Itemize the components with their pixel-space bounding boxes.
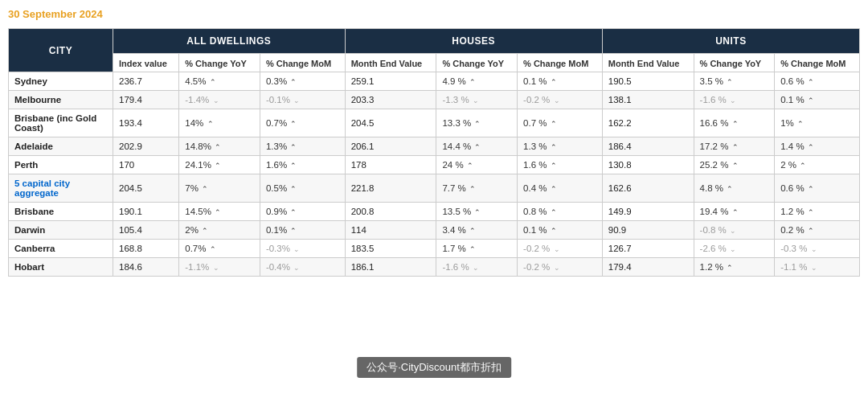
h-mev: 186.1	[345, 258, 436, 277]
h-mom: 0.1 % ⌃	[518, 72, 603, 91]
h-mev-header: Month End Value	[345, 54, 436, 72]
arrow-down-icon: ⌄	[213, 264, 219, 272]
u-mev: 130.8	[602, 156, 694, 174]
h-yoy: 1.7 % ⌃	[436, 240, 518, 258]
houses-header: HOUSES	[345, 29, 602, 54]
arrow-up-icon: ⌃	[469, 185, 476, 193]
arrow-down-icon: ⌄	[730, 96, 736, 105]
h-yoy: 7.7 % ⌃	[436, 174, 518, 203]
units-header: UNITS	[602, 29, 859, 54]
arrow-up-icon: ⌃	[474, 143, 481, 151]
arrow-up-icon: ⌃	[469, 78, 476, 86]
h-yoy: -1.6 % ⌄	[436, 258, 518, 277]
arrow-down-icon: ⌄	[730, 227, 736, 235]
u-mom: 1% ⌃	[775, 109, 860, 137]
h-mev: 183.5	[345, 240, 436, 258]
ad-mom: 0.9% ⌃	[260, 203, 345, 221]
h-mev: 221.8	[345, 174, 436, 203]
h-yoy: 24 % ⌃	[436, 156, 518, 174]
ad-mom: 1.3% ⌃	[260, 137, 345, 156]
arrow-down-icon: ⌄	[473, 264, 479, 272]
arrow-up-icon: ⌃	[290, 78, 297, 86]
all-dwellings-header: ALL DWELLINGS	[113, 29, 346, 54]
arrow-up-icon: ⌃	[290, 185, 297, 193]
h-mom: 0.1 % ⌃	[518, 221, 603, 240]
ad-mom: 0.1% ⌃	[260, 221, 345, 240]
index-value: 204.5	[113, 174, 179, 203]
arrow-up-icon: ⌃	[215, 208, 221, 216]
arrow-up-icon: ⌃	[215, 143, 221, 151]
ad-yoy: -1.4% ⌄	[179, 91, 260, 109]
arrow-up-icon: ⌃	[290, 162, 297, 170]
ad-mom-header: % Change MoM	[260, 54, 345, 72]
city-name: Hobart	[9, 258, 113, 277]
city-name: Darwin	[9, 221, 113, 240]
u-yoy: 25.2 % ⌃	[694, 156, 775, 174]
index-value: 236.7	[113, 72, 179, 91]
u-yoy: 3.5 % ⌃	[694, 72, 775, 91]
ad-yoy: 0.7% ⌃	[179, 240, 260, 258]
u-mev: 190.5	[602, 72, 694, 91]
arrow-down-icon: ⌄	[554, 96, 560, 105]
u-mev: 162.6	[602, 174, 694, 203]
arrow-up-icon: ⌃	[732, 120, 739, 128]
h-mev: 259.1	[345, 72, 436, 91]
arrow-up-icon: ⌃	[808, 96, 814, 105]
city-name: Adelaide	[9, 137, 113, 156]
ad-mom: -0.1% ⌄	[260, 91, 345, 109]
arrow-up-icon: ⌃	[210, 78, 216, 86]
ad-mom: 1.6% ⌃	[260, 156, 345, 174]
ad-yoy: 2% ⌃	[179, 221, 260, 240]
arrow-down-icon: ⌄	[554, 264, 560, 272]
h-yoy: 13.5 % ⌃	[436, 203, 518, 221]
city-name: Brisbane	[9, 203, 113, 221]
index-value: 184.6	[113, 258, 179, 277]
ad-mom: 0.7% ⌃	[260, 109, 345, 137]
h-mom: -0.2 % ⌄	[518, 240, 603, 258]
city-name: Brisbane (inc Gold Coast)	[9, 109, 113, 137]
arrow-up-icon: ⌃	[551, 120, 557, 128]
arrow-up-icon: ⌃	[808, 185, 814, 193]
arrow-up-icon: ⌃	[469, 227, 476, 235]
arrow-up-icon: ⌃	[808, 227, 814, 235]
arrow-up-icon: ⌃	[202, 185, 208, 193]
arrow-up-icon: ⌃	[808, 143, 814, 151]
arrow-down-icon: ⌄	[293, 264, 300, 272]
city-name: Sydney	[9, 72, 113, 91]
ad-yoy: 24.1% ⌃	[179, 156, 260, 174]
city-name: Melbourne	[9, 91, 113, 109]
h-yoy-header: % Change YoY	[436, 54, 518, 72]
u-mom: 0.2 % ⌃	[775, 221, 860, 240]
arrow-up-icon: ⌃	[732, 162, 739, 170]
u-yoy: 17.2 % ⌃	[694, 137, 775, 156]
city-column-header: CITY	[9, 29, 113, 72]
index-value: 105.4	[113, 221, 179, 240]
ad-yoy: 14.8% ⌃	[179, 137, 260, 156]
arrow-up-icon: ⌃	[290, 120, 297, 128]
arrow-up-icon: ⌃	[210, 245, 216, 253]
h-yoy: 13.3 % ⌃	[436, 109, 518, 137]
index-value-header: Index value	[113, 54, 179, 72]
arrow-up-icon: ⌃	[551, 143, 557, 151]
arrow-up-icon: ⌃	[808, 78, 814, 86]
arrow-down-icon: ⌄	[293, 96, 300, 105]
u-mom: 0.6 % ⌃	[775, 174, 860, 203]
h-mev: 178	[345, 156, 436, 174]
ad-mom: 0.3% ⌃	[260, 72, 345, 91]
arrow-up-icon: ⌃	[290, 208, 297, 216]
h-mom: 1.3 % ⌃	[518, 137, 603, 156]
city-name: Canberra	[9, 240, 113, 258]
u-mev: 162.2	[602, 109, 694, 137]
arrow-down-icon: ⌄	[473, 96, 479, 105]
arrow-up-icon: ⌃	[207, 120, 214, 128]
ad-yoy-header: % Change YoY	[179, 54, 260, 72]
u-mom: 0.6 % ⌃	[775, 72, 860, 91]
u-mev: 186.4	[602, 137, 694, 156]
arrow-up-icon: ⌃	[469, 245, 476, 253]
arrow-up-icon: ⌃	[808, 208, 814, 216]
u-yoy: -0.8 % ⌄	[694, 221, 775, 240]
h-yoy: -1.3 % ⌄	[436, 91, 518, 109]
arrow-down-icon: ⌄	[293, 245, 300, 253]
arrow-up-icon: ⌃	[551, 162, 557, 170]
ad-yoy: 4.5% ⌃	[179, 72, 260, 91]
